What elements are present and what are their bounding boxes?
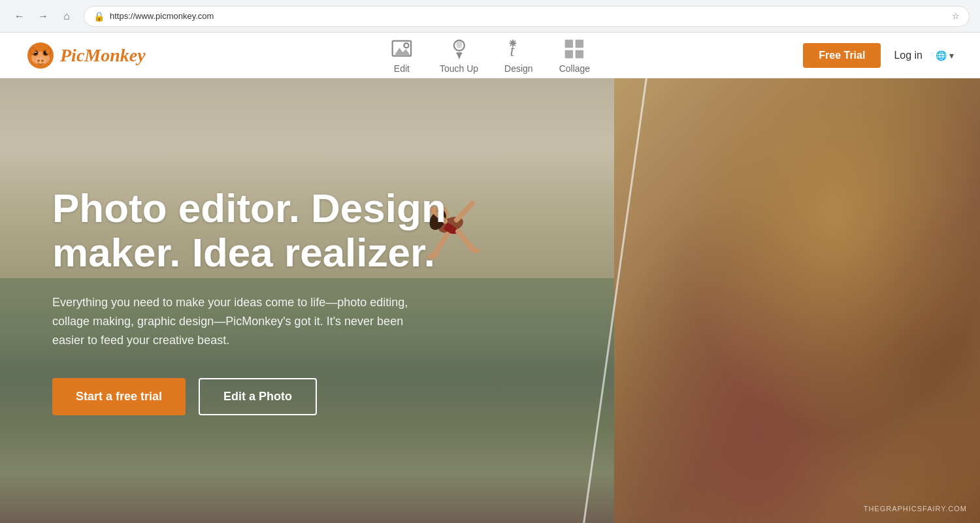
- nav-right: Free Trial Log in 🌐 ▾: [803, 43, 954, 68]
- nav-item-collage[interactable]: Collage: [559, 37, 590, 74]
- language-button[interactable]: 🌐 ▾: [936, 50, 954, 61]
- svg-rect-17: [456, 52, 462, 54]
- svg-rect-26: [565, 50, 573, 57]
- address-bar[interactable]: 🔒 https://www.picmonkey.com ☆: [84, 6, 970, 27]
- hero-subtext: Everything you need to make your ideas c…: [52, 293, 431, 349]
- hero-section: Photo editor. Design maker. Idea realize…: [0, 78, 980, 523]
- svg-point-16: [456, 40, 462, 48]
- chevron-down-icon: ▾: [949, 50, 954, 61]
- browser-chrome: ← → ⌂ 🔒 https://www.picmonkey.com ☆: [0, 0, 980, 33]
- start-trial-button[interactable]: Start a free trial: [52, 378, 186, 415]
- svg-point-8: [35, 57, 46, 64]
- login-button[interactable]: Log in: [894, 50, 923, 61]
- logo-link[interactable]: PicMonkey: [26, 41, 146, 70]
- nav-item-touchup[interactable]: Touch Up: [440, 37, 478, 74]
- forward-button[interactable]: →: [34, 7, 52, 25]
- svg-point-12: [46, 48, 51, 54]
- touchup-icon: [447, 37, 470, 61]
- back-button[interactable]: ←: [10, 7, 29, 25]
- svg-point-9: [37, 59, 40, 62]
- nav-item-edit[interactable]: Edit: [390, 37, 414, 74]
- free-trial-button[interactable]: Free Trial: [803, 43, 881, 68]
- svg-point-10: [41, 59, 44, 62]
- watermark: THEGRAPHICSFAIRY.COM: [864, 505, 967, 513]
- nav-center: Edit Touch Up t: [390, 37, 590, 74]
- design-icon: t: [507, 37, 531, 61]
- edit-photo-button[interactable]: Edit a Photo: [199, 378, 317, 415]
- logo-monkey-icon: [26, 41, 55, 70]
- browser-nav-icons: ← → ⌂: [10, 7, 76, 25]
- svg-rect-24: [565, 39, 573, 47]
- svg-point-14: [404, 43, 408, 48]
- touchup-label: Touch Up: [440, 63, 478, 74]
- lock-icon: 🔒: [93, 11, 105, 22]
- logo-text: PicMonkey: [60, 45, 146, 66]
- svg-rect-25: [576, 39, 583, 47]
- nav-item-design[interactable]: t Design: [504, 37, 533, 74]
- collage-label: Collage: [559, 63, 590, 74]
- edit-icon: [390, 37, 414, 61]
- globe-icon: 🌐: [936, 50, 947, 61]
- navbar: PicMonkey Edit: [0, 33, 980, 78]
- edit-label: Edit: [394, 63, 410, 74]
- collage-icon: [563, 37, 586, 61]
- home-button[interactable]: ⌂: [57, 7, 76, 25]
- hero-content: Photo editor. Design maker. Idea realize…: [0, 78, 490, 523]
- svg-point-11: [30, 48, 35, 54]
- url-text: https://www.picmonkey.com: [110, 11, 947, 21]
- design-label: Design: [504, 63, 533, 74]
- hero-headline: Photo editor. Design maker. Idea realize…: [52, 186, 451, 275]
- hero-buttons: Start a free trial Edit a Photo: [52, 378, 451, 415]
- svg-rect-27: [576, 50, 583, 57]
- bookmark-icon: ☆: [952, 11, 960, 21]
